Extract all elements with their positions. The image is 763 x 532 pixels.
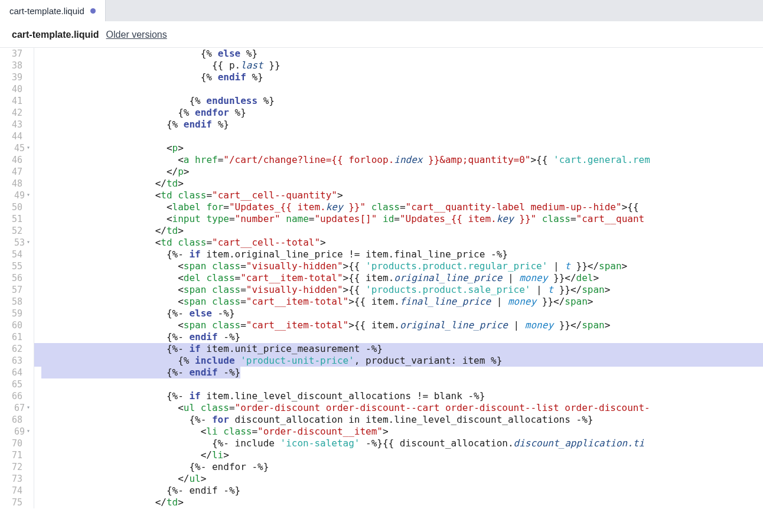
line-number: 57 <box>0 284 34 296</box>
line-number: 62 <box>0 343 34 355</box>
line-number: 41 <box>0 95 34 107</box>
line-number: 47 <box>0 166 34 178</box>
fold-arrow-icon[interactable]: ▾ <box>27 142 30 154</box>
line-number: 63 <box>0 355 34 367</box>
code-area[interactable]: {% else %} {{ p.last }} {% endif %} {% e… <box>34 48 763 508</box>
breadcrumb: cart-template.liquid Older versions <box>0 21 763 48</box>
line-number: 64 <box>0 367 34 378</box>
line-number: 44 <box>0 130 34 142</box>
code-line[interactable]: {{ p.last }} <box>39 60 763 71</box>
code-line[interactable] <box>39 83 763 95</box>
line-number: 39 <box>0 71 34 83</box>
line-number: 42 <box>0 107 34 119</box>
code-line[interactable]: {% else %} <box>39 48 763 60</box>
line-number: 52 <box>0 225 34 237</box>
line-number: 74 <box>0 485 34 497</box>
code-line[interactable]: {%- endif -%} <box>39 331 763 343</box>
code-line[interactable]: <del class="cart__item-total">{{ item.or… <box>39 272 763 284</box>
fold-arrow-icon[interactable]: ▾ <box>27 236 30 248</box>
modified-dot-icon <box>90 8 96 14</box>
code-line[interactable]: {% endunless %} <box>39 95 763 107</box>
code-editor[interactable]: 373839404142434445▾46474849▾50515253▾545… <box>0 48 763 508</box>
code-line[interactable]: {% endif %} <box>39 71 763 83</box>
code-line[interactable]: <li class="order-discount__item"> <box>39 426 763 438</box>
line-number: 45▾ <box>0 142 34 154</box>
code-line[interactable]: <span class="cart__item-total">{{ item.f… <box>39 296 763 308</box>
line-number: 61 <box>0 331 34 343</box>
fold-arrow-icon[interactable]: ▾ <box>27 425 30 437</box>
code-line[interactable] <box>39 130 763 142</box>
tab-active[interactable]: cart-template.liquid <box>0 0 106 21</box>
code-line[interactable]: </li> <box>39 449 763 461</box>
line-number: 72 <box>0 461 34 473</box>
line-number: 38 <box>0 60 34 71</box>
line-number: 54 <box>0 249 34 260</box>
code-line[interactable]: {%- if item.original_line_price != item.… <box>39 249 763 260</box>
code-line[interactable]: {%- include 'icon-saletag' -%}{{ discoun… <box>39 438 763 449</box>
line-number: 68 <box>0 414 34 426</box>
line-number: 71 <box>0 449 34 461</box>
code-line[interactable]: {%- endif -%} <box>39 367 763 378</box>
code-line[interactable]: <td class="cart__cell--total"> <box>39 237 763 249</box>
fold-arrow-icon[interactable]: ▾ <box>27 189 30 201</box>
line-number: 40 <box>0 83 34 95</box>
code-line[interactable]: {% endif %} <box>39 119 763 130</box>
code-line[interactable]: <span class="visually-hidden">{{ 'produc… <box>39 284 763 296</box>
code-line[interactable]: </td> <box>39 225 763 237</box>
fold-arrow-icon[interactable]: ▾ <box>27 402 30 413</box>
code-line[interactable]: <span class="cart__item-total">{{ item.o… <box>39 319 763 331</box>
line-number: 56 <box>0 272 34 284</box>
tab-filename: cart-template.liquid <box>9 6 84 16</box>
line-number: 55 <box>0 260 34 272</box>
line-number: 69▾ <box>0 426 34 438</box>
code-line[interactable]: <input type="number" name="updates[]" id… <box>39 213 763 225</box>
line-number: 50 <box>0 201 34 213</box>
line-number: 66 <box>0 390 34 402</box>
line-number: 51 <box>0 213 34 225</box>
line-number: 65 <box>0 378 34 390</box>
code-line[interactable]: <ul class="order-discount order-discount… <box>39 402 763 414</box>
code-line[interactable]: {% include 'product-unit-price', product… <box>34 355 763 367</box>
code-line[interactable]: {%- endif -%} <box>39 485 763 497</box>
code-line[interactable]: {%- else -%} <box>39 308 763 319</box>
line-number: 58 <box>0 296 34 308</box>
code-line[interactable]: </td> <box>39 178 763 190</box>
line-number: 48 <box>0 178 34 190</box>
code-line[interactable]: <td class="cart__cell--quantity"> <box>39 190 763 201</box>
code-line[interactable]: <p> <box>39 142 763 154</box>
code-line[interactable]: </p> <box>39 166 763 178</box>
line-gutter: 373839404142434445▾46474849▾50515253▾545… <box>0 48 34 508</box>
breadcrumb-title: cart-template.liquid <box>12 30 99 40</box>
line-number: 67▾ <box>0 402 34 414</box>
code-line[interactable]: {%- if item.line_level_discount_allocati… <box>39 390 763 402</box>
code-line[interactable]: {%- endfor -%} <box>39 461 763 473</box>
code-line[interactable]: {%- for discount_allocation in item.line… <box>39 414 763 426</box>
line-number: 37 <box>0 48 34 60</box>
code-line[interactable]: </td> <box>39 497 763 508</box>
code-line[interactable]: </ul> <box>39 473 763 485</box>
line-number: 75 <box>0 497 34 508</box>
line-number: 73 <box>0 473 34 485</box>
line-number: 43 <box>0 119 34 130</box>
code-line[interactable]: <label for="Updates_{{ item.key }}" clas… <box>39 201 763 213</box>
line-number: 70 <box>0 438 34 449</box>
line-number: 59 <box>0 308 34 319</box>
code-line[interactable]: {%- if item.unit_price_measurement -%} <box>34 343 763 355</box>
code-line[interactable] <box>39 378 763 390</box>
line-number: 53▾ <box>0 237 34 249</box>
line-number: 46 <box>0 154 34 166</box>
code-line[interactable]: <span class="visually-hidden">{{ 'produc… <box>39 260 763 272</box>
line-number: 49▾ <box>0 190 34 201</box>
line-number: 60 <box>0 319 34 331</box>
tab-bar: cart-template.liquid <box>0 0 763 21</box>
older-versions-link[interactable]: Older versions <box>106 30 167 40</box>
code-line[interactable]: <a href="/cart/change?line={{ forloop.in… <box>39 154 763 166</box>
code-line[interactable]: {% endfor %} <box>39 107 763 119</box>
